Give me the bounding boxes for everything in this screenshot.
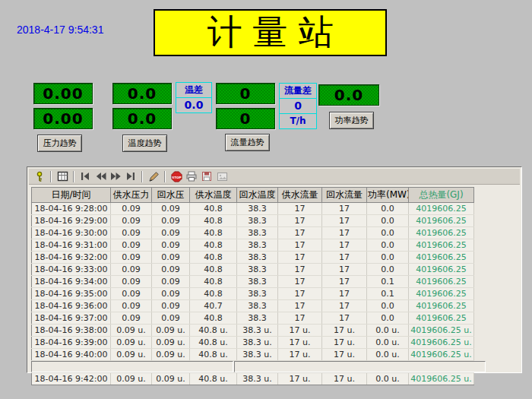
column-header[interactable]: 回水压 [152,188,190,203]
flow-diff-label: 流量差 [280,84,316,99]
table-cell: 4019606.25 u. [409,325,474,337]
pressure-trend-button[interactable]: 压力趋势 [37,135,82,152]
column-header[interactable]: 功率(MW) [367,188,409,203]
table-cell: 4019606.25 [409,215,474,227]
prev-record-icon[interactable] [93,170,108,183]
table-cell: 40.8 u. [190,373,237,385]
table-row[interactable]: 18-04-16 9:28:000.090.0940.838.317170.04… [32,203,474,215]
table-cell: 0.09 [152,252,190,264]
status-panel-right [234,361,486,372]
page-title: 计量站 [154,9,387,56]
status-panel-left [31,361,233,372]
table-row[interactable]: 18-04-16 9:35:000.090.0940.838.317170.14… [32,288,474,300]
table-cell: 40.8 u. [190,337,237,349]
table-row[interactable]: 18-04-16 9:34:000.090.0940.838.317170.14… [32,276,474,288]
table-row[interactable]: 18-04-16 9:29:000.090.0940.838.317170.04… [32,215,474,227]
table-cell: 40.8 [190,203,237,215]
table-cell: 0.09 [111,227,152,239]
column-header[interactable]: 供水流量 [278,188,322,203]
supply-temp-display: 0.0 [112,83,172,104]
table-cell: 18-04-16 9:34:00 [32,276,111,288]
table-cell: 4019606.25 [409,227,474,239]
table-cell: 17 u. [322,349,367,361]
table-row[interactable]: 18-04-16 9:31:000.090.0940.838.317170.04… [32,239,474,252]
table-cell: 0.09 u. [111,373,152,385]
edit-pencil-icon[interactable] [146,170,161,183]
column-header[interactable]: 供水压力 [111,188,152,203]
table-cell: 17 [278,227,322,239]
column-header[interactable]: 回水流量 [322,188,367,203]
last-record-icon[interactable] [123,170,138,183]
table-cell: 38.3 [237,215,278,227]
first-record-icon[interactable] [78,170,93,183]
table-cell: 17 [322,288,367,300]
table-row[interactable]: 18-04-16 9:32:000.090.0940.838.317170.04… [32,252,474,264]
column-header[interactable]: 回水温度 [237,188,278,203]
key-icon[interactable] [32,170,47,183]
table-cell: 40.8 [190,276,237,288]
table-cell: 38.3 [237,203,278,215]
table-cell: 17 [278,239,322,252]
table-cell: 17 [278,215,322,227]
column-header[interactable]: 总热量(GJ) [409,188,474,203]
toolbar-separator [141,171,143,182]
next-record-icon[interactable] [108,170,123,183]
table-row[interactable]: 18-04-16 9:38:000.09 u.0.09 u.40.8 u.38.… [32,325,474,337]
table-cell: 0.09 [111,288,152,300]
table-cell: 38.3 [237,312,278,325]
toolbar-separator [50,171,52,182]
table-cell: 18-04-16 9:35:00 [32,288,111,300]
table-cell: 38.3 [237,252,278,264]
temp-diff-panel: 温差 0.0 [176,82,212,113]
table-row[interactable]: 18-04-16 9:40:000.09 u.0.09 u.40.8 u.38.… [32,349,474,361]
table-cell: 18-04-16 9:29:00 [32,215,111,227]
table-cell: 0.09 [111,252,152,264]
temperature-trend-button[interactable]: 温度趋势 [122,135,167,152]
table-cell: 4019606.25 u. [409,337,474,349]
table-row[interactable]: 18-04-16 9:42:000.09 u.0.09 u.40.8 u.38.… [32,373,474,385]
table-cell: 17 [322,252,367,264]
table-cell: 38.3 [237,227,278,239]
table-cell: 17 [278,252,322,264]
table-row[interactable]: 18-04-16 9:30:000.090.0940.838.317170.04… [32,227,474,239]
table-row[interactable]: 18-04-16 9:36:000.090.0940.738.317170.04… [32,300,474,312]
table-cell: 18-04-16 9:36:00 [32,300,111,312]
power-trend-button[interactable]: 功率趋势 [329,112,374,129]
printer-icon[interactable] [184,170,199,183]
temp-diff-label: 温差 [176,83,211,98]
table-row[interactable]: 18-04-16 9:33:000.090.0940.838.317170.04… [32,264,474,276]
table-cell: 0.0 [367,252,409,264]
table-cell: 0.09 u. [152,337,190,349]
table-cell: 0.09 [111,300,152,312]
table-cell: 17 [278,300,322,312]
table-cell: 0.09 [152,227,190,239]
table-row[interactable]: 18-04-16 9:37:000.090.0940.838.317170.04… [32,312,474,325]
stop-icon[interactable]: STOP [169,170,184,183]
supply-pressure-display: 0.00 [33,83,93,104]
datetime-label: 2018-4-17 9:54:31 [17,24,103,36]
table-cell: 0.0 [367,227,409,239]
image-icon[interactable] [214,170,230,183]
table-cell: 38.3 [237,300,278,312]
flow-trend-button[interactable]: 流量趋势 [225,134,270,151]
table-cell: 38.3 [237,288,278,300]
table-cell: 0.09 u. [111,337,152,349]
table-cell: 0.09 [111,276,152,288]
save-icon[interactable] [199,170,214,183]
column-header[interactable]: 日期/时间 [32,188,111,203]
table-cell: 38.3 [237,276,278,288]
table-cell: 4019606.25 u. [409,349,474,361]
table-cell: 18-04-16 9:28:00 [32,203,111,215]
table-cell: 40.7 [190,300,237,312]
grid-icon[interactable] [55,170,70,183]
table-cell: 4019606.25 u. [409,373,474,385]
table-row[interactable]: 18-04-16 9:39:000.09 u.0.09 u.40.8 u.38.… [32,337,474,349]
column-header[interactable]: 供水温度 [190,188,237,203]
flow-diff-unit: T/h [280,114,316,128]
table-cell: 17 u. [278,325,322,337]
table-cell: 17 [322,312,367,325]
table-cell: 0.09 u. [152,325,190,337]
table-cell: 0.09 [152,276,190,288]
return-flow-display: 0 [216,108,275,129]
table-cell: 18-04-16 9:39:00 [32,337,111,349]
